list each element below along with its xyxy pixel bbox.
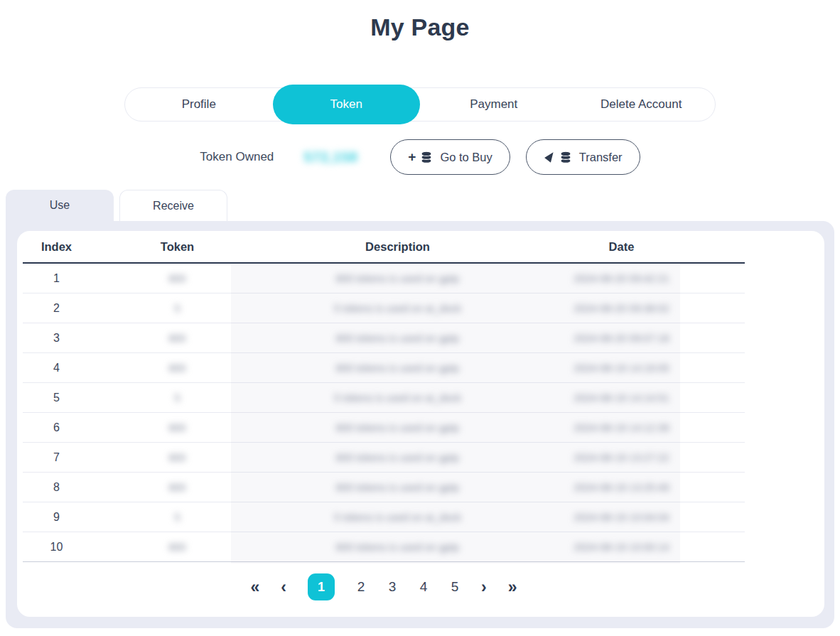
table-row: 955 tokens is used on ai_dock2024-08-19 … [23,502,745,532]
column-header-index: Index [23,240,90,254]
cell-description: 800 tokens is used on gptp [264,421,531,434]
cell-description: 800 tokens is used on gptp [264,541,531,554]
pagination-page-5[interactable]: 5 [450,573,460,600]
cell-description: 800 tokens is used on gptp [264,272,531,285]
tab-token[interactable]: Token [273,85,421,124]
pagination-first-button[interactable]: « [251,573,260,600]
tab-payment[interactable]: Payment [420,87,568,122]
cell-token: 800 [90,421,264,434]
cell-index: 3 [23,332,90,345]
cell-date: 2024-08-19 10:00:14 [531,541,712,554]
table-row: 10800800 tokens is used on gptp2024-08-1… [23,532,745,562]
history-tab-use[interactable]: Use [6,190,114,221]
cell-token: 800 [90,451,264,464]
pagination-prev-button[interactable]: ‹ [281,573,286,600]
cell-index: 4 [23,362,90,374]
cell-token: 5 [90,511,264,524]
cell-date: 2024-08-19 10:04:04 [531,511,712,524]
pagination-last-button[interactable]: » [508,573,517,600]
cell-index: 9 [23,511,90,524]
column-header-description: Description [264,240,531,254]
cell-token: 5 [90,302,264,315]
table-row: 3800800 tokens is used on gptp2024-08-20… [23,323,745,353]
table-row: 555 tokens is used on ai_dock2024-08-19 … [23,383,745,413]
table-row: 255 tokens is used on ai_dock2024-08-20 … [23,293,745,323]
token-owned-value: 572,158 [285,149,376,166]
cell-index: 8 [23,481,90,494]
cell-description: 800 tokens is used on gptp [264,332,531,345]
go-to-buy-button[interactable]: + Go to Buy [390,139,510,175]
cell-token: 800 [90,481,264,494]
pagination-page-3[interactable]: 3 [387,573,397,600]
cell-token: 5 [90,392,264,404]
cell-date: 2024-08-19 14:12:39 [531,421,712,434]
cell-description: 800 tokens is used on gptp [264,451,531,464]
history-tab-receive[interactable]: Receive [119,190,227,221]
send-arrow-icon [544,151,554,163]
table-row: 7800800 tokens is used on gptp2024-08-19… [23,443,745,473]
cell-description: 800 tokens is used on gptp [264,481,531,494]
cell-index: 5 [23,392,90,404]
cell-token: 800 [90,332,264,345]
cell-date: 2024-08-20 09:42:21 [531,272,712,285]
table-row: 1800800 tokens is used on gptp2024-08-20… [23,264,745,293]
tab-profile[interactable]: Profile [125,87,273,122]
cell-description: 5 tokens is used on ai_dock [264,511,531,524]
table-header-row: IndexTokenDescriptionDate [23,231,745,264]
cell-date: 2024-08-19 14:19:05 [531,362,712,374]
cell-description: 800 tokens is used on gptp [264,362,531,374]
coin-stack-icon [419,151,434,164]
transfer-button[interactable]: Transfer [526,139,640,175]
cell-index: 6 [23,421,90,434]
history-tab-bar: UseReceive [6,190,840,221]
cell-date: 2024-08-20 09:07:18 [531,332,712,345]
cell-date: 2024-08-19 14:14:51 [531,392,712,404]
pagination: «‹12345›» [23,573,745,600]
cell-token: 800 [90,362,264,374]
pagination-next-button[interactable]: › [481,573,487,600]
token-history-card: IndexTokenDescriptionDate 1800800 tokens… [17,231,824,617]
cell-description: 5 tokens is used on ai_dock [264,392,531,404]
column-header-date: Date [531,240,712,254]
pagination-page-2[interactable]: 2 [356,573,366,600]
table-row: 6800800 tokens is used on gptp2024-08-19… [23,413,745,443]
cell-index: 1 [23,272,90,285]
token-history-table: IndexTokenDescriptionDate 1800800 tokens… [23,231,745,562]
pagination-page-4[interactable]: 4 [419,573,429,600]
cell-description: 5 tokens is used on ai_dock [264,302,531,315]
cell-date: 2024-08-19 13:25:49 [531,481,712,494]
token-owned-label: Token Owned [200,150,274,164]
token-summary-row: Token Owned 572,158 + Go to Buy [0,139,840,175]
cell-token: 800 [90,541,264,554]
transfer-label: Transfer [579,151,623,164]
nav-tab-bar: ProfileTokenPaymentDelete Account [124,87,716,122]
plus-icon: + [408,149,416,165]
cell-date: 2024-08-20 09:38:02 [531,302,712,315]
table-row: 4800800 tokens is used on gptp2024-08-19… [23,353,745,383]
table-row: 8800800 tokens is used on gptp2024-08-19… [23,473,745,502]
page-title: My Page [0,11,840,43]
cell-index: 7 [23,451,90,464]
tab-delete-account[interactable]: Delete Account [568,87,716,122]
token-history-panel: IndexTokenDescriptionDate 1800800 tokens… [6,221,834,628]
cell-date: 2024-08-19 13:27:22 [531,451,712,464]
pagination-page-1[interactable]: 1 [308,573,335,600]
go-to-buy-label: Go to Buy [440,151,492,164]
table-body: 1800800 tokens is used on gptp2024-08-20… [23,264,745,562]
cell-index: 2 [23,302,90,315]
cell-token: 800 [90,272,264,285]
coin-stack-icon [559,151,573,164]
column-header-token: Token [90,240,264,254]
cell-index: 10 [23,541,90,554]
